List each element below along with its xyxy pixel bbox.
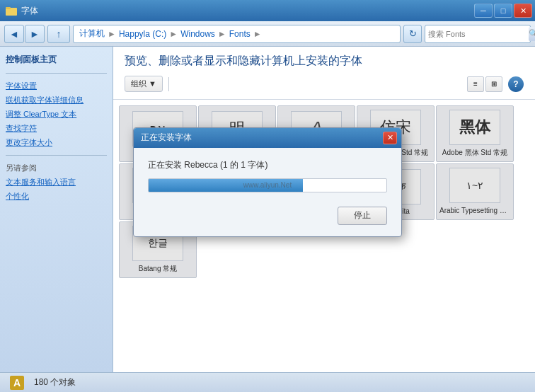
dialog-close-button[interactable]: ✕ bbox=[383, 132, 397, 144]
progress-watermark: www.aliyun.Net bbox=[149, 179, 386, 192]
progress-bar-container: www.aliyun.Net bbox=[148, 178, 387, 192]
installing-label: 正在安装 Rebecca (1 的 1 字体) bbox=[148, 159, 387, 171]
dialog-title-bar: 正在安装字体 ✕ bbox=[134, 128, 401, 148]
install-dialog: 正在安装字体 ✕ 正在安装 Rebecca (1 的 1 字体) www.ali… bbox=[133, 127, 402, 237]
dialog-content: 正在安装 Rebecca (1 的 1 字体) www.aliyun.Net 停… bbox=[134, 148, 401, 236]
dialog-footer: 停止 bbox=[148, 204, 387, 225]
modal-overlay: 正在安装字体 ✕ 正在安装 Rebecca (1 的 1 字体) www.ali… bbox=[0, 0, 535, 392]
dialog-title: 正在安装字体 bbox=[141, 132, 192, 144]
stop-button[interactable]: 停止 bbox=[338, 207, 387, 225]
